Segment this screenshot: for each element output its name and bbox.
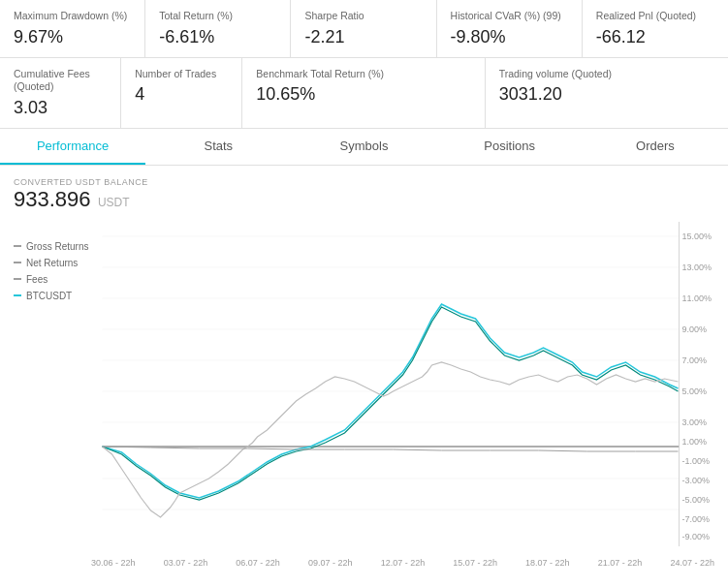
metric-value-0: 9.67% (14, 27, 131, 47)
svg-text:-3.00%: -3.00% (682, 476, 711, 485)
metric2-label-0: Cumulative Fees (Quoted) (14, 68, 107, 94)
metric-cell-0: Maximum Drawdown (%) 9.67% (0, 0, 145, 57)
svg-text:-7.00%: -7.00% (682, 514, 711, 524)
tabs-row: PerformanceStatsSymbolsPositionsOrders (0, 129, 728, 166)
metrics-row-2: Cumulative Fees (Quoted) 3.03 Number of … (0, 58, 728, 129)
x-label-0: 30.06 - 22h (91, 558, 136, 568)
metric2-value-0: 3.03 (14, 98, 107, 118)
tab-symbols[interactable]: Symbols (291, 129, 436, 165)
metric-label-2: Sharpe Ratio (304, 10, 422, 23)
metric2-value-1: 4 (135, 84, 228, 105)
svg-text:-9.00%: -9.00% (682, 532, 711, 541)
svg-text:9.00%: 9.00% (682, 324, 708, 334)
tab-orders[interactable]: Orders (583, 129, 728, 165)
metric2-cell-1: Number of Trades 4 (121, 58, 242, 128)
x-label-7: 21.07 - 22h (598, 558, 643, 568)
metric-value-2: -2.21 (304, 27, 422, 47)
metric2-value-3: 3031.20 (499, 84, 714, 105)
legend-item-1: Net Returns (14, 258, 91, 268)
legend-item-3: BTCUSDT (14, 291, 91, 301)
metric2-cell-2: Benchmark Total Return (%) 10.65% (242, 58, 485, 128)
svg-text:3.00%: 3.00% (682, 417, 708, 427)
metric-label-4: Realized Pnl (Quoted) (596, 10, 714, 23)
legend-dot-3 (14, 294, 21, 296)
metric-label-0: Maximum Drawdown (%) (14, 10, 131, 23)
metric-value-3: -9.80% (451, 27, 568, 47)
legend-label-0: Gross Returns (26, 241, 88, 252)
fees-line (103, 447, 679, 451)
metric2-cell-0: Cumulative Fees (Quoted) 3.03 (0, 58, 121, 128)
chart-legend: Gross ReturnsNet ReturnsFeesBTCUSDT (14, 222, 91, 575)
metric-cell-3: Historical CVaR (%) (99) -9.80% (437, 0, 583, 57)
svg-text:-5.00%: -5.00% (682, 495, 711, 505)
metric-value-4: -66.12 (596, 27, 714, 47)
tab-positions[interactable]: Positions (437, 129, 583, 165)
legend-item-2: Fees (14, 274, 91, 285)
metrics-row-1: Maximum Drawdown (%) 9.67% Total Return … (0, 0, 728, 58)
x-label-8: 24.07 - 22h (670, 558, 714, 568)
x-label-6: 18.07 - 22h (525, 558, 570, 568)
legend-label-2: Fees (26, 274, 47, 285)
chart-area: Gross ReturnsNet ReturnsFeesBTCUSDT 15.0… (14, 222, 714, 575)
svg-text:7.00%: 7.00% (682, 355, 708, 365)
metric2-value-2: 10.65% (256, 84, 470, 105)
x-label-5: 15.07 - 22h (453, 558, 497, 568)
x-label-2: 06.07 - 22h (236, 558, 280, 568)
chart-section: CONVERTED USDT BALANCE 933.896 USDT Gros… (0, 166, 728, 575)
svg-text:11.00%: 11.00% (682, 294, 712, 303)
metric2-cell-3: Trading volume (Quoted) 3031.20 (486, 58, 728, 128)
metric-label-3: Historical CVaR (%) (99) (451, 10, 568, 23)
x-axis-labels: 30.06 - 22h03.07 - 22h06.07 - 22h09.07 -… (91, 554, 714, 575)
balance-unit: USDT (98, 196, 130, 209)
x-label-3: 09.07 - 22h (308, 558, 353, 568)
legend-item-0: Gross Returns (14, 241, 91, 252)
metric-label-1: Total Return (%) (159, 10, 276, 23)
svg-text:15.00%: 15.00% (682, 232, 712, 241)
balance-value: 933.896 (14, 187, 91, 211)
metric2-label-2: Benchmark Total Return (%) (256, 68, 470, 81)
x-label-1: 03.07 - 22h (164, 558, 208, 568)
legend-label-3: BTCUSDT (26, 291, 72, 301)
metric-value-1: -6.61% (159, 27, 276, 47)
metric-cell-4: Realized Pnl (Quoted) -66.12 (583, 0, 728, 57)
svg-text:-1.00%: -1.00% (682, 456, 711, 466)
metric2-label-1: Number of Trades (135, 68, 228, 81)
metric2-label-3: Trading volume (Quoted) (499, 68, 714, 81)
metric-cell-2: Sharpe Ratio -2.21 (291, 0, 436, 57)
tab-stats[interactable]: Stats (145, 129, 291, 165)
tab-performance[interactable]: Performance (0, 129, 145, 165)
metric-cell-1: Total Return (%) -6.61% (145, 0, 291, 57)
svg-text:13.00%: 13.00% (682, 263, 712, 272)
svg-text:5.00%: 5.00% (682, 386, 708, 396)
btcusdt-line (103, 304, 679, 498)
chart-wrapper: 15.00% 13.00% 11.00% 9.00% 7.00% 5.00% 3… (91, 222, 714, 575)
legend-dot-0 (14, 245, 21, 247)
legend-label-1: Net Returns (26, 258, 78, 268)
legend-dot-2 (14, 278, 21, 280)
legend-dot-1 (14, 262, 21, 263)
svg-text:1.00%: 1.00% (682, 437, 708, 447)
net-returns-line (103, 307, 679, 500)
performance-chart: 15.00% 13.00% 11.00% 9.00% 7.00% 5.00% 3… (91, 222, 714, 551)
x-label-4: 12.07 - 22h (381, 558, 426, 568)
balance-label: CONVERTED USDT BALANCE (14, 177, 714, 187)
